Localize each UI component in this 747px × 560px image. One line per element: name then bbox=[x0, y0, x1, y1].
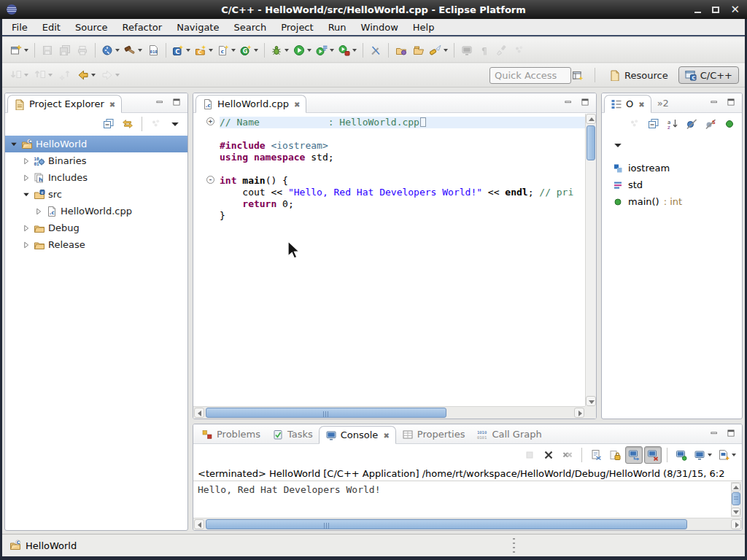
scroll-right-button[interactable] bbox=[731, 519, 741, 529]
new-cpp-class-button[interactable]: C bbox=[193, 42, 215, 59]
tree-expander-open-icon[interactable] bbox=[9, 140, 18, 149]
search-flashlight-dropdown[interactable] bbox=[444, 49, 448, 52]
view-menu-button[interactable] bbox=[166, 115, 184, 133]
tab-problems[interactable]: Problems bbox=[196, 425, 266, 443]
display-console-button[interactable] bbox=[692, 446, 714, 464]
new-green-dropdown[interactable] bbox=[254, 49, 258, 52]
back-arrow-button[interactable] bbox=[75, 66, 98, 84]
outline-item-main-[interactable]: main() : int bbox=[602, 193, 742, 210]
menu-item-edit[interactable]: Edit bbox=[35, 20, 68, 35]
build-hammer-dropdown[interactable] bbox=[138, 49, 142, 52]
tab-tasks[interactable]: Tasks bbox=[266, 425, 319, 443]
minimize-view-icon[interactable] bbox=[710, 98, 721, 109]
scroll-up-button[interactable] bbox=[586, 114, 596, 124]
maximize-button[interactable] bbox=[712, 5, 719, 15]
hide-fields-button[interactable] bbox=[683, 115, 700, 133]
fold-expand-icon[interactable]: + bbox=[206, 117, 214, 125]
hide-static-button[interactable]: S bbox=[702, 115, 719, 133]
menu-item-help[interactable]: Help bbox=[406, 20, 442, 35]
tab-project-explorer[interactable]: Project Explorer bbox=[7, 95, 122, 113]
tree-item-helloworld-cpp[interactable]: .cHelloWorld.cpp bbox=[5, 203, 187, 219]
tree-item-debug[interactable]: Debug bbox=[5, 219, 187, 236]
new-c-project-button[interactable]: C bbox=[170, 42, 193, 59]
tab-console[interactable]: Console bbox=[319, 426, 396, 444]
console-horizontal-scrollbar[interactable] bbox=[193, 518, 742, 530]
tree-expander-closed-icon[interactable] bbox=[22, 241, 31, 249]
scroll-down-button[interactable] bbox=[586, 396, 596, 406]
new-wizard-dropdown[interactable] bbox=[24, 49, 28, 52]
menu-item-file[interactable]: File bbox=[4, 20, 35, 35]
tree-expander-open-icon[interactable] bbox=[22, 190, 31, 199]
console-vertical-scrollbar[interactable] bbox=[731, 482, 741, 517]
code-editor[interactable]: +- // Name : HelloWorld.cpp#include <ios… bbox=[193, 114, 596, 419]
stderr-button[interactable] bbox=[644, 446, 662, 464]
view-menu-button[interactable] bbox=[609, 136, 627, 154]
open-perspective-button[interactable] bbox=[569, 66, 587, 84]
tab-properties[interactable]: Properties bbox=[396, 425, 471, 443]
stdout-button[interactable] bbox=[625, 446, 643, 464]
menu-item-refactor[interactable]: Refactor bbox=[115, 20, 170, 35]
perspective-resource-button[interactable]: Resource bbox=[603, 67, 674, 83]
scrollbar-thumb[interactable] bbox=[587, 125, 595, 160]
run-button[interactable] bbox=[291, 42, 314, 59]
menu-item-window[interactable]: Window bbox=[354, 20, 406, 35]
mark-occurrences-button[interactable] bbox=[367, 42, 384, 59]
link-editor-button[interactable] bbox=[119, 115, 136, 133]
debug-dropdown[interactable] bbox=[285, 49, 289, 52]
menu-item-project[interactable]: Project bbox=[274, 20, 320, 35]
remove-x-button[interactable] bbox=[540, 446, 557, 464]
new-green-button[interactable]: G bbox=[238, 42, 260, 59]
code-analysis-button[interactable] bbox=[99, 42, 122, 59]
scroll-up-button[interactable] bbox=[731, 483, 740, 491]
close-tab-icon[interactable] bbox=[383, 430, 389, 440]
tree-item-release[interactable]: Release bbox=[5, 236, 187, 253]
new-cpp-class-dropdown[interactable] bbox=[209, 49, 213, 52]
maximize-view-icon[interactable] bbox=[727, 429, 738, 440]
outline-item-iostream[interactable]: iostream bbox=[602, 160, 742, 176]
binary-file-button[interactable]: 010 bbox=[144, 42, 162, 59]
console-output[interactable]: Hello, Red Hat Developers World! bbox=[193, 482, 731, 518]
scrollbar-thumb[interactable] bbox=[206, 519, 687, 529]
minimize-view-icon[interactable] bbox=[564, 98, 576, 109]
scrollbar-thumb[interactable] bbox=[732, 492, 740, 505]
open-console-button[interactable] bbox=[716, 446, 738, 464]
tab-call-graph[interactable]: 10100101Call Graph bbox=[471, 425, 547, 443]
scroll-right-button[interactable] bbox=[574, 408, 584, 418]
tree-item-binaries[interactable]: 1001Binaries bbox=[5, 152, 187, 169]
close-tab-icon[interactable] bbox=[638, 99, 644, 109]
minimize-view-icon[interactable] bbox=[155, 98, 167, 109]
close-tab-icon[interactable] bbox=[294, 99, 300, 109]
tree-item-includes[interactable]: hIncludes bbox=[5, 169, 187, 186]
new-c-project-dropdown[interactable] bbox=[186, 49, 190, 52]
tab-outline[interactable]: O bbox=[604, 95, 651, 113]
minimize-button[interactable] bbox=[694, 5, 701, 15]
tree-expander-closed-icon[interactable] bbox=[22, 157, 31, 166]
scroll-left-button[interactable] bbox=[194, 519, 204, 529]
menu-item-navigate[interactable]: Navigate bbox=[169, 20, 226, 35]
maximize-view-icon[interactable] bbox=[727, 98, 738, 109]
open-resource-button[interactable] bbox=[410, 42, 427, 59]
new-c-file-button[interactable]: c bbox=[215, 42, 238, 59]
collapse-all-button[interactable] bbox=[645, 115, 662, 133]
scroll-down-button[interactable] bbox=[731, 508, 740, 516]
sort-az-button[interactable]: az bbox=[664, 115, 681, 133]
tree-expander-closed-icon[interactable] bbox=[22, 224, 31, 233]
new-c-file-dropdown[interactable] bbox=[231, 49, 236, 52]
close-tab-icon[interactable] bbox=[109, 99, 115, 109]
editor-vertical-scrollbar[interactable] bbox=[585, 114, 596, 406]
outline-item-std[interactable]: std bbox=[602, 176, 742, 193]
minimize-view-icon[interactable] bbox=[710, 429, 721, 440]
fold-collapse-icon[interactable]: - bbox=[206, 176, 214, 184]
menu-item-run[interactable]: Run bbox=[321, 20, 354, 35]
tab-more-views[interactable]: »2 bbox=[651, 94, 675, 112]
maximize-view-icon[interactable] bbox=[172, 98, 184, 109]
tree-item-src[interactable]: csrc bbox=[5, 186, 187, 203]
tree-expander-closed-icon[interactable] bbox=[34, 207, 43, 216]
close-button[interactable]: ✕ bbox=[730, 5, 740, 15]
tree-item-helloworld[interactable]: CHelloWorld bbox=[5, 136, 187, 152]
menu-item-source[interactable]: Source bbox=[68, 20, 115, 35]
clear-console-button[interactable] bbox=[587, 446, 605, 464]
run-history-button[interactable] bbox=[314, 42, 336, 59]
back-arrow-dropdown[interactable] bbox=[91, 74, 96, 77]
quick-access-input[interactable] bbox=[489, 67, 571, 84]
